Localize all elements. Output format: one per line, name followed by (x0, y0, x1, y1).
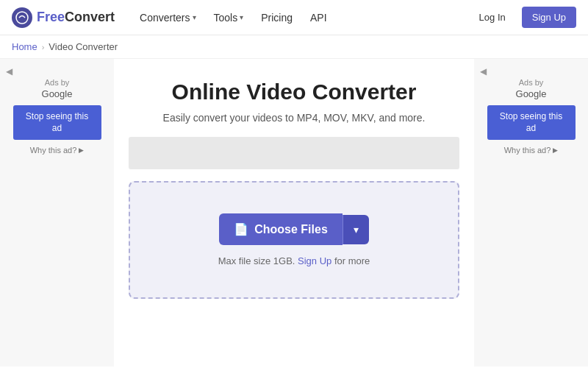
nav: Converters ▾ Tools ▾ Pricing API (132, 7, 334, 28)
right-ad-collapse-icon[interactable]: ◀ (480, 66, 487, 77)
signup-link[interactable]: Sign Up (298, 255, 331, 266)
logo-text: FreeConvert (37, 10, 115, 25)
main-layout: ◀ Ads by Google Stop seeing this ad Why … (0, 59, 588, 367)
choose-files-button[interactable]: 📄 Choose Files (219, 213, 343, 245)
nav-converters[interactable]: Converters ▾ (132, 7, 203, 28)
breadcrumb-current: Video Converter (49, 41, 118, 52)
header-left: FreeConvert Converters ▾ Tools ▾ Pricing… (12, 7, 334, 28)
right-ad-label: Ads by (519, 78, 544, 87)
nav-pricing[interactable]: Pricing (254, 7, 300, 28)
breadcrumb-separator: › (42, 43, 45, 52)
right-ad-why[interactable]: Why this ad? ▶ (504, 146, 559, 155)
tools-chevron-icon: ▾ (240, 13, 243, 21)
login-button[interactable]: Log In (469, 7, 516, 28)
left-ad-label: Ads by (45, 78, 70, 87)
right-ad-google: Google (516, 88, 547, 99)
breadcrumb-home[interactable]: Home (12, 41, 37, 52)
signup-button[interactable]: Sign Up (522, 7, 576, 28)
converters-chevron-icon: ▾ (193, 13, 196, 21)
right-ad-stop-button[interactable]: Stop seeing this ad (487, 105, 576, 140)
left-ad-why[interactable]: Why this ad? ▶ (30, 146, 85, 155)
breadcrumb: Home › Video Converter (0, 35, 588, 59)
page-subtitle: Easily convert your videos to MP4, MOV, … (163, 112, 426, 124)
page-title: Online Video Converter (172, 79, 417, 105)
upload-note: Max file size 1GB. Sign Up for more (218, 255, 370, 266)
left-ad-collapse-icon[interactable]: ◀ (6, 66, 12, 77)
ad-banner-bar (129, 137, 459, 169)
svg-point-0 (16, 12, 28, 24)
nav-api[interactable]: API (303, 7, 334, 28)
nav-tools[interactable]: Tools ▾ (207, 7, 251, 28)
upload-area: 📄 Choose Files ▾ Max file size 1GB. Sign… (129, 181, 459, 299)
dropdown-chevron-icon: ▾ (354, 224, 359, 236)
left-ad-why-play-icon: ▶ (79, 146, 84, 154)
left-ad-stop-button[interactable]: Stop seeing this ad (13, 105, 101, 140)
header: FreeConvert Converters ▾ Tools ▾ Pricing… (0, 0, 588, 35)
right-ad-panel: ◀ Ads by Google Stop seeing this ad Why … (474, 59, 588, 367)
choose-files-row: 📄 Choose Files ▾ (219, 213, 369, 245)
choose-files-dropdown-button[interactable]: ▾ (343, 215, 369, 244)
left-ad-panel: ◀ Ads by Google Stop seeing this ad Why … (0, 59, 114, 367)
file-icon: 📄 (234, 222, 248, 236)
logo[interactable]: FreeConvert (12, 7, 115, 28)
left-ad-google: Google (42, 88, 73, 99)
right-ad-why-play-icon: ▶ (553, 146, 558, 154)
logo-icon (12, 7, 32, 28)
content-area: Online Video Converter Easily convert yo… (114, 59, 474, 367)
header-right: Log In Sign Up (469, 7, 576, 28)
